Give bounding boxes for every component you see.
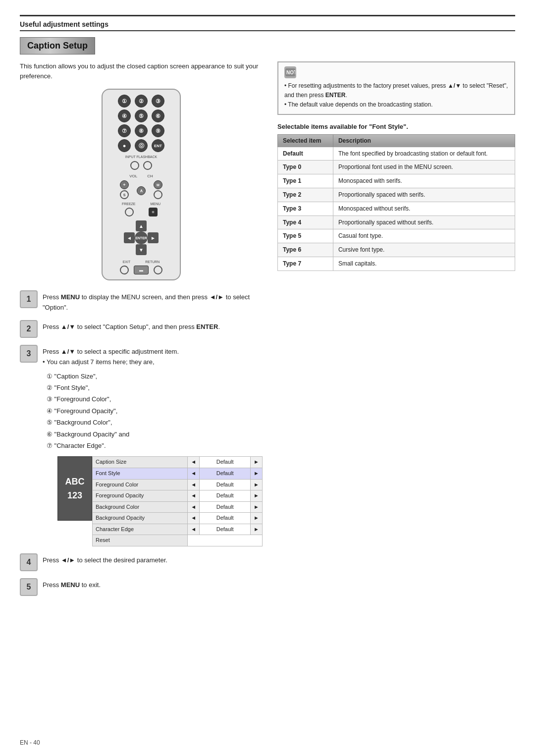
menu-cell-arrow-r: ► xyxy=(251,513,263,524)
menu-cell-name: Character Edge xyxy=(93,524,188,535)
note-box: NOTE • For resetting adjustments to the … xyxy=(277,61,515,115)
font-table-cell-desc: Proportional font used in the MENU scree… xyxy=(333,161,515,174)
menu-cell-name: Caption Size xyxy=(93,457,188,468)
menu-row: Caption Size ◄ Default ► xyxy=(93,457,263,468)
btn-4: ④ xyxy=(118,109,131,122)
note-header: NOTE xyxy=(284,66,508,78)
abc-box: ABC 123 xyxy=(57,456,92,521)
list-item: ⑤ "Background Color", xyxy=(47,417,263,428)
step-5-text: Press MENU to exit. xyxy=(43,578,263,591)
intro-text: This function allows you to adjust the c… xyxy=(20,61,263,81)
btn-2: ② xyxy=(135,95,148,108)
btn-6: ⑥ xyxy=(152,109,164,122)
menu-row: Foreground Opacity ◄ Default ► xyxy=(93,490,263,502)
menu-cell-arrow-l: ◄ xyxy=(188,524,200,535)
step-1-icon: 1 xyxy=(20,290,38,308)
step-2-text: Press ▲/▼ to select "Caption Setup", and… xyxy=(43,320,263,332)
font-table-cell-desc: The font specified by broadcasting stati… xyxy=(333,147,515,161)
step-5: 5 Press MENU to exit. xyxy=(20,578,263,596)
font-table-cell-desc: Proportionally spaced with serifs. xyxy=(333,188,515,202)
menu-row: Background Opacity ◄ Default ► xyxy=(93,513,263,524)
font-table-cell-desc: Cursive font type. xyxy=(333,243,515,257)
btn-9: ⑨ xyxy=(152,124,164,137)
font-table-cell-item: Type 1 xyxy=(278,174,333,188)
menu-cell-name: Background Color xyxy=(93,501,188,513)
btn-menu: ≡ xyxy=(149,208,158,216)
menu-cell-arrow-l: ◄ xyxy=(188,468,200,479)
list-item: ⑦ "Character Edge". xyxy=(47,440,263,451)
font-style-table: Selected item Description DefaultThe fon… xyxy=(277,134,515,271)
font-table-header-desc: Description xyxy=(333,134,515,147)
menu-cell-name: Foreground Color xyxy=(93,479,188,490)
menu-row: Background Color ◄ Default ► xyxy=(93,501,263,513)
note-icon: NOTE xyxy=(284,66,296,78)
step-3-list: ① "Caption Size", ② "Font Style", ③ "For… xyxy=(47,371,263,452)
btn-mute-circle xyxy=(154,190,162,199)
steps-container: 1 Press MENU to display the MENU screen,… xyxy=(20,290,263,596)
menu-cell-value: Default xyxy=(200,479,251,490)
nav-up: ▲ xyxy=(136,220,147,231)
menu-cell-value: Default xyxy=(200,457,251,468)
font-table-cell-desc: Small capitals. xyxy=(333,257,515,270)
btn-surround: S xyxy=(120,190,129,199)
font-table-row: Type 5Casual font type. xyxy=(278,229,515,243)
btn-8: ⑧ xyxy=(135,124,148,137)
font-table-cell-item: Type 3 xyxy=(278,202,333,216)
font-table-cell-item: Type 4 xyxy=(278,216,333,229)
menu-cell-arrow-r: ► xyxy=(251,490,263,502)
menu-row-reset: Reset xyxy=(93,535,263,546)
nav-right: ► xyxy=(148,232,159,243)
menu-cell-arrow-l: ◄ xyxy=(188,457,200,468)
font-table-cell-desc: Proportionally spaced without serifs. xyxy=(333,216,515,229)
menu-cell-arrow-l: ◄ xyxy=(188,513,200,524)
font-table-header-item: Selected item xyxy=(278,134,333,147)
menu-cell-arrow-r: ► xyxy=(251,457,263,468)
list-item: ② "Font Style", xyxy=(47,382,263,393)
step-1-text: Press MENU to display the MENU screen, a… xyxy=(43,290,263,313)
btn-vol-up: + xyxy=(120,180,129,189)
step-3: 3 Press ▲/▼ to select a specific adjustm… xyxy=(20,345,263,546)
nav-left: ◄ xyxy=(124,232,135,243)
font-table-row: Type 4Proportionally spaced without seri… xyxy=(278,216,515,229)
step-5-icon: 5 xyxy=(20,578,38,596)
font-table-cell-desc: Monospaced without serifs. xyxy=(333,202,515,216)
font-table-row: Type 3Monospaced without serifs. xyxy=(278,202,515,216)
step-4: 4 Press ◄/► to select the desired parame… xyxy=(20,553,263,571)
btn-flashback xyxy=(143,161,152,170)
menu-cell-reset: Reset xyxy=(93,535,188,546)
section-title: Useful adjustment settings xyxy=(20,20,515,31)
menu-cell-arrow-r: ► xyxy=(251,479,263,490)
font-table-title: Selectable items available for "Font Sty… xyxy=(277,123,515,130)
menu-cell-value: Default xyxy=(200,501,251,513)
btn-7: ⑦ xyxy=(118,124,131,137)
menu-cell-name: Background Opacity xyxy=(93,513,188,524)
menu-cell-arrow-l: ◄ xyxy=(188,490,200,502)
nav-pad: ▲ ▼ ◄ ► ENTER xyxy=(124,220,159,255)
btn-5: ⑤ xyxy=(135,109,148,122)
btn-1: ① xyxy=(118,95,131,108)
font-table-row: Type 0Proportional font used in the MENU… xyxy=(278,161,515,174)
nav-enter: ENTER xyxy=(135,231,148,244)
btn-mute: M xyxy=(154,180,162,189)
menu-cell-arrow-l: ◄ xyxy=(188,501,200,513)
remote-image: ① ② ③ ④ ⑤ ⑥ ⑦ ⑧ ⑨ ● ⓪ ENT xyxy=(20,89,263,280)
step-2: 2 Press ▲/▼ to select "Caption Setup", a… xyxy=(20,320,263,338)
step-1: 1 Press MENU to display the MENU screen,… xyxy=(20,290,263,313)
btn-0: ⓪ xyxy=(135,139,148,152)
menu-row: Character Edge ◄ Default ► xyxy=(93,524,263,535)
font-table-row: Type 6Cursive font type. xyxy=(278,243,515,257)
btn-ent: ENT xyxy=(152,139,164,152)
menu-cell-arrow-l: ◄ xyxy=(188,479,200,490)
menu-cell-name: Foreground Opacity xyxy=(93,490,188,502)
btn-exit xyxy=(120,266,129,274)
font-table-cell-item: Type 7 xyxy=(278,257,333,270)
menu-cell-arrow-r: ► xyxy=(251,468,263,479)
menu-screenshot: ABC 123 Caption Size ◄ Default ► Fo xyxy=(57,456,263,546)
list-item: ① "Caption Size", xyxy=(47,371,263,382)
font-table-row: Type 7Small capitals. xyxy=(278,257,515,270)
font-table-cell-item: Type 0 xyxy=(278,161,333,174)
menu-cell-value: Default xyxy=(200,468,251,479)
step-4-icon: 4 xyxy=(20,553,38,571)
btn-input xyxy=(130,161,139,170)
menu-table: Caption Size ◄ Default ► Font Style ◄ De… xyxy=(92,456,263,546)
